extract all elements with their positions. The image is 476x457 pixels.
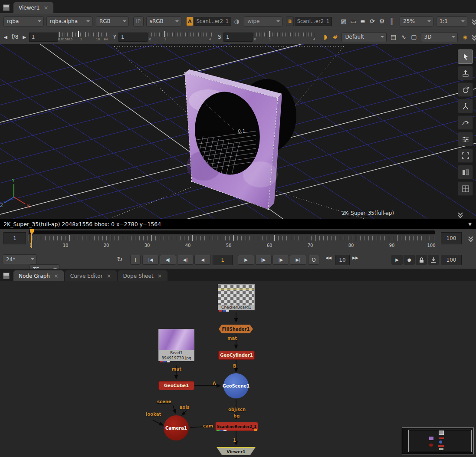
cube-object[interactable] [184, 69, 282, 210]
colorspace-dropdown[interactable]: sRGB [146, 16, 181, 26]
input-a-chip[interactable]: A [187, 17, 193, 26]
tab-dope-sheet[interactable]: Dope Sheet × [118, 270, 167, 281]
step-back-icon[interactable]: ◀◀ [323, 256, 334, 260]
range-out-field[interactable]: 100 [441, 232, 462, 244]
frame-increment-field[interactable]: 10 [335, 255, 350, 265]
display-channels-dropdown[interactable]: RGB [96, 16, 129, 26]
goto-start-button[interactable]: |◀ [142, 255, 159, 265]
tool-rotate-button[interactable] [458, 82, 473, 97]
format-label: 2K_Super_35(full-ap) [342, 210, 394, 216]
node-checkerboard1[interactable]: CheckerBoard1 [218, 284, 255, 310]
node-scanlinerender2-1[interactable]: ScanlineRender2_1 [215, 422, 258, 431]
tab-viewer1[interactable]: Viewer1 × [13, 2, 53, 13]
sat-input[interactable]: 1 [223, 33, 253, 42]
tool-grid-button[interactable] [458, 181, 473, 196]
double-chevron-icon[interactable] [473, 19, 476, 24]
lock-grid-icon[interactable]: # [331, 33, 340, 40]
gain-slider[interactable]: 0.015625 1 10 64 [59, 31, 109, 43]
tab-node-graph[interactable]: Node Graph × [13, 270, 64, 281]
goto-end-button[interactable]: ▶| [290, 255, 306, 265]
gain-prev-icon[interactable]: ◀ [3, 35, 9, 39]
viewer-preset-dropdown[interactable]: Default [341, 32, 387, 42]
tool-sliders-button[interactable] [458, 132, 473, 146]
sample-icon[interactable]: ◉ [460, 34, 470, 40]
pause-icon[interactable]: ║ [387, 18, 396, 25]
stereo-icon[interactable]: ◗ [320, 33, 331, 41]
node-camera1[interactable]: Camera1 [164, 415, 189, 441]
gamma-input[interactable]: 1 [118, 33, 148, 42]
viewer-rows-icon[interactable]: ≡ [358, 18, 368, 25]
record-button[interactable]: ● [404, 255, 415, 265]
global-out-field[interactable]: 100 [441, 255, 462, 265]
proxy-icon[interactable]: ▨ [339, 18, 348, 25]
viewer-3d-viewport[interactable]: 0.1 Y X Z 2K_Super_35(full-ap) [0, 44, 476, 219]
wipe-toggle-icon[interactable]: ◑ [233, 18, 240, 25]
projection-dropdown[interactable]: 3D [421, 32, 458, 42]
range-in-field[interactable]: 1 [3, 232, 26, 244]
monitor-output-icon[interactable]: ▭ [348, 18, 358, 25]
tab-close-icon[interactable]: × [43, 5, 48, 10]
play-forward-button[interactable]: ▶ [238, 255, 254, 265]
panel-menu-icon[interactable] [3, 273, 10, 279]
prev-keyframe-button[interactable]: ◀| [160, 255, 176, 265]
node-viewer1[interactable]: Viewer1 [217, 447, 256, 455]
node-graph-minimap[interactable] [402, 427, 474, 454]
tool-split-button[interactable] [458, 165, 473, 179]
roi-icon[interactable]: ▢ [409, 33, 419, 40]
node-read1[interactable]: Read1 894919730.jpg [158, 329, 194, 361]
tab-close-icon[interactable]: × [158, 273, 162, 279]
tool-select-button[interactable] [458, 49, 473, 64]
zoom-dropdown[interactable]: 25% [400, 16, 433, 26]
lut-curve-icon[interactable]: ∿ [398, 33, 409, 40]
playhead-line[interactable] [31, 233, 32, 248]
input-process-button[interactable]: IP [133, 16, 144, 26]
render-save-button[interactable] [428, 255, 439, 265]
flipbook-icon: ▶ [395, 257, 399, 262]
tab-close-icon[interactable]: × [54, 273, 59, 279]
gear-icon[interactable]: ⚙ [377, 18, 387, 25]
in-point-button[interactable]: I [130, 255, 141, 265]
edge-label-a: A [213, 381, 216, 386]
playback-cycle-icon[interactable]: ↻ [114, 254, 126, 264]
timeline-ruler[interactable]: 1 10 20 30 40 50 60 70 80 90 100 [29, 230, 435, 251]
double-chevron-icon[interactable] [469, 236, 473, 241]
node-graph-canvas[interactable]: CheckerBoard1 FillShader1 GeoCylinder1 G… [0, 281, 476, 457]
input-a-field[interactable]: Scanl...er2_1 [194, 17, 231, 26]
panel-menu-icon[interactable] [3, 4, 10, 11]
current-frame-field[interactable]: 1 [213, 255, 233, 265]
input-b-chip[interactable]: B [286, 16, 293, 26]
slate-icon[interactable]: ▤ [388, 33, 399, 40]
gain-input[interactable]: 1 [29, 33, 58, 42]
double-chevron-icon[interactable] [473, 34, 476, 39]
lock-range-button[interactable] [416, 255, 427, 265]
gamma-slider[interactable]: 0 1 4 [149, 31, 212, 43]
pixel-aspect-dropdown[interactable]: 1:1 [436, 16, 467, 26]
alpha-layer-dropdown[interactable]: rgba.alpha [46, 16, 92, 26]
gain-next-icon[interactable]: ▶ [21, 35, 27, 39]
refresh-icon[interactable]: ⟳ [368, 18, 377, 25]
layer-dropdown[interactable]: rgba [3, 16, 44, 26]
tab-close-icon[interactable]: × [107, 273, 112, 279]
input-b-field[interactable]: Scanl...er2_1 [295, 17, 332, 26]
double-chevron-icon[interactable] [459, 212, 462, 217]
step-forward-icon[interactable]: ▶▶ [350, 256, 361, 260]
tool-axis-button[interactable] [458, 99, 473, 113]
node-geocube1[interactable]: GeoCube1 [158, 381, 194, 390]
info-caret-icon[interactable]: ▼ [468, 222, 472, 227]
flipbook-button[interactable]: ▶ [391, 255, 403, 265]
tool-frame-button[interactable] [458, 148, 473, 163]
sat-slider[interactable]: 0 1 4 [254, 31, 316, 43]
tool-curve-button[interactable] [458, 115, 473, 130]
loop-mode-button[interactable]: O [308, 255, 319, 265]
play-backward-button[interactable]: ◀ [194, 255, 211, 265]
tab-curve-editor[interactable]: Curve Editor × [65, 270, 117, 281]
fps-dropdown[interactable]: 24* [3, 254, 37, 264]
tool-translate-button[interactable] [458, 66, 473, 80]
node-geoscene1[interactable]: GeoScene1 [223, 373, 249, 398]
next-frame-button[interactable]: |▶ [255, 255, 272, 265]
node-fillshader1[interactable]: FillShader1 [219, 325, 253, 333]
next-keyframe-button[interactable]: |▶ [272, 255, 289, 265]
node-geocylinder1[interactable]: GeoCylinder1 [218, 351, 255, 360]
prev-frame-button[interactable]: ◀| [177, 255, 194, 265]
wipe-dropdown[interactable]: wipe [244, 16, 282, 26]
